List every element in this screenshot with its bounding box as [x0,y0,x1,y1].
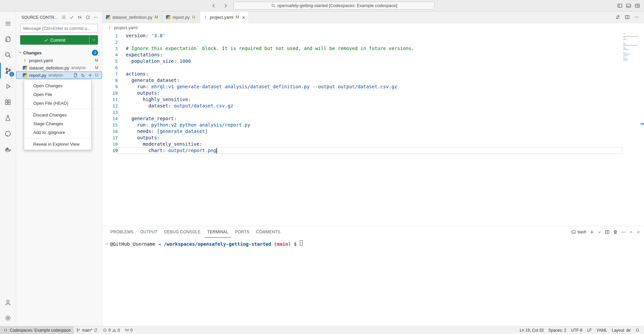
terminal-view[interactable]: @GitHub_Username → /workspaces/opensafel… [102,238,644,326]
back-arrow-icon[interactable] [209,1,218,10]
ports-status-item[interactable]: 0 [122,326,135,334]
notifications-item[interactable] [633,326,642,334]
stage-changes-icon[interactable] [87,73,93,78]
editor-tab[interactable]: !project.yamlM× [200,11,249,23]
command-decoration-icon[interactable] [106,243,108,245]
discard-changes-icon[interactable] [80,73,86,78]
search-view-icon[interactable] [0,47,16,63]
menu-item[interactable]: Open File [24,90,91,99]
sync-changes-icon[interactable] [76,14,83,21]
sync-icon[interactable] [94,328,98,332]
code-token: '3.0' [151,33,165,38]
open-changes-icon[interactable] [615,14,621,20]
keyboard-layout-item[interactable]: Layout: de [609,326,633,334]
minimap[interactable] [623,33,639,61]
close-panel-icon[interactable] [636,230,641,234]
terminal-instance[interactable]: bash [571,230,586,234]
minimap-line [623,42,625,43]
more-actions-icon[interactable] [92,14,99,21]
extensions-icon[interactable] [0,94,16,110]
editor-tab[interactable]: dataset_definition.pyM [102,11,162,23]
tab-dirty-badge: M [154,15,158,19]
toggle-panel-icon[interactable] [626,3,631,8]
overview-ruler-cursor [641,123,644,125]
panel-tab-comments[interactable]: COMMENTS [254,226,283,238]
editor-tab[interactable]: report.pyU [162,11,200,23]
problems-status-item[interactable]: 0 0 [100,326,122,334]
line-number: 1 [102,33,118,39]
commit-button-main[interactable]: Commit [20,35,89,45]
menu-item[interactable]: Stage Changes [24,119,91,128]
menu-item[interactable]: Discard Changes [24,110,91,119]
menu-item[interactable]: Add to .gitignore [24,128,91,137]
changes-section-header[interactable]: Changes 3 [16,49,102,57]
new-terminal-icon[interactable] [589,230,594,235]
source-control-icon[interactable]: 3 [0,63,16,79]
more-actions-icon[interactable] [634,14,639,20]
panel-tab-terminal[interactable]: TERMINAL [205,226,231,238]
testing-beaker-icon[interactable] [0,110,16,126]
settings-gear-icon[interactable] [0,310,16,326]
command-center-search[interactable]: opensafely-getting-started [Codespaces: … [233,2,435,10]
editor-actions [249,11,644,23]
terminal-text: (main) [274,241,291,247]
commit-button[interactable]: Commit [20,35,98,45]
maximize-panel-chevron-icon[interactable] [629,230,633,234]
scm-file-row[interactable]: !project.yamlM [16,57,102,64]
minimap-line [623,49,629,50]
code-token [126,97,143,102]
language-mode-item[interactable]: YAML [594,326,609,334]
breadcrumb-item[interactable]: project.yaml [114,25,138,30]
explorer-icon[interactable] [0,31,16,47]
docker-icon[interactable] [0,142,16,157]
commit-dropdown-chevron-icon[interactable] [89,35,98,45]
panel-tab-ports[interactable]: PORTS [232,226,252,238]
split-terminal-icon[interactable] [605,230,610,235]
cursor-position-item[interactable]: Ln 19, Col 33 [517,326,546,334]
code-text: highly_sensitive: [118,96,623,103]
open-file-icon[interactable] [72,73,78,78]
menu-item[interactable]: Reveal in Explorer View [24,140,91,148]
code-token: run: [137,122,149,128]
code-line: 14 generate_report: [102,115,644,122]
customize-layout-icon[interactable] [635,3,640,8]
encoding-item[interactable]: UTF-8 [569,326,585,334]
account-icon[interactable] [0,294,16,310]
code-editor[interactable]: 1version: '3.0'23# Ignore this`expectati… [102,32,644,226]
kill-terminal-trash-icon[interactable] [613,230,618,235]
commit-message-input[interactable] [20,24,98,33]
breadcrumb[interactable]: ! project.yaml [102,23,644,32]
commit-check-icon[interactable] [68,14,75,21]
branch-status-item[interactable]: main* [74,326,100,334]
panel-more-actions-icon[interactable] [621,230,626,235]
run-debug-icon[interactable] [0,79,16,94]
terminal-dropdown-chevron-icon[interactable] [597,230,602,234]
panel-tab-problems[interactable]: PROBLEMS [108,226,136,238]
line-number: 5 [102,58,118,64]
github-icon[interactable] [0,126,16,142]
refresh-icon[interactable] [84,14,91,21]
scm-file-row[interactable]: dataset_definition.pyanalysisM [16,64,102,71]
split-editor-icon[interactable] [625,14,630,20]
menu-item[interactable]: Open Changes [24,81,91,90]
view-as-list-icon[interactable] [60,14,67,21]
terminal-line: @GitHub_Username → /workspaces/opensafel… [106,240,644,247]
panel-tab-output[interactable]: OUTPUT [138,226,160,238]
forward-arrow-icon[interactable] [221,1,230,10]
indentation-item[interactable]: Spaces: 2 [546,326,569,334]
remote-indicator[interactable]: Codespaces: Example codespace [0,326,74,334]
code-text [118,64,623,71]
menu-item[interactable]: Open File (HEAD) [24,99,91,107]
code-line: 12 dataset: output/dataset.csv.gz [102,103,644,109]
terminal-cursor [300,240,303,246]
panel-tab-debug-console[interactable]: DEBUG CONSOLE [161,226,203,238]
code-token [126,135,137,140]
close-tab-icon[interactable]: × [242,15,245,20]
bell-icon [635,328,640,332]
eol-item[interactable]: LF [585,326,594,334]
menu-icon[interactable] [0,15,16,31]
scm-file-row[interactable]: report.pyanalysisU [16,71,102,79]
code-line: 5 population_size: 1000 [102,58,644,64]
toggle-sidebar-icon[interactable] [617,3,623,8]
code-text: moderately_sensitive: [118,141,623,147]
